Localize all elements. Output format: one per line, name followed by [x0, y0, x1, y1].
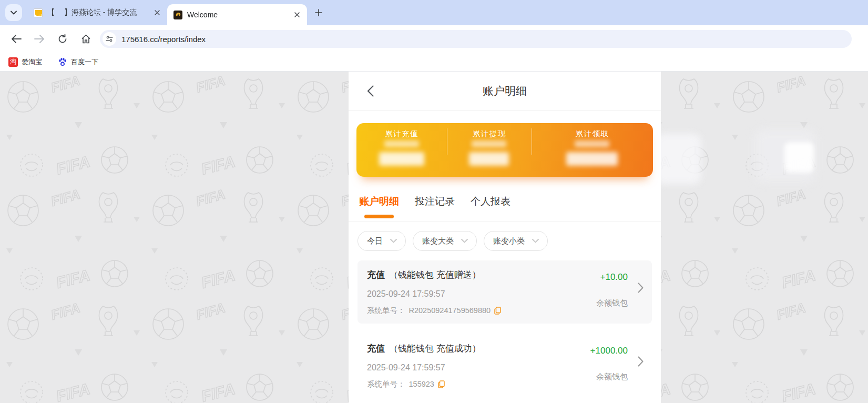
- summary-card: 累计充值 累计提现 累计领取: [356, 123, 653, 177]
- forward-button[interactable]: [30, 30, 48, 48]
- page-title: 账户明细: [483, 84, 527, 98]
- tab-bet-records[interactable]: 投注记录: [415, 195, 455, 221]
- stat-total-withdraw: 累计提现: [447, 123, 532, 177]
- filter-date-dropdown[interactable]: 今日: [358, 231, 406, 251]
- close-tab-icon[interactable]: [292, 10, 302, 19]
- transaction-type: 充值: [367, 270, 385, 280]
- redacted-value: [469, 152, 509, 166]
- transaction-list: 充值（钱能钱包 充值赠送） 2025-09-24 17:59:57 系统单号：R…: [349, 251, 661, 403]
- wallet-name: 余额钱包: [596, 298, 628, 308]
- transaction-detail: （钱能钱包 充值赠送）: [389, 270, 481, 280]
- chevron-down-icon: [461, 239, 468, 243]
- plus-icon: [315, 9, 322, 16]
- forward-arrow-icon: [34, 35, 45, 43]
- page-header: 账户明细: [349, 72, 661, 110]
- tab-search-button[interactable]: [5, 4, 22, 21]
- report-tabs: 账户明细 投注记录 个人报表: [349, 177, 661, 222]
- page-content: FIFA FIFA 账户明细 累计充值: [0, 72, 868, 403]
- transaction-row[interactable]: 充值（钱能钱包 充值赠送） 2025-09-24 17:59:57 系统单号：R…: [358, 260, 652, 324]
- stat-total-deposit: 累计充值: [356, 123, 447, 177]
- new-tab-button[interactable]: [311, 5, 326, 20]
- bookmarks-bar: 淘 爱淘宝 百度一下: [0, 53, 868, 72]
- tab-label: 账户明细: [359, 196, 399, 207]
- address-bar[interactable]: 175616.cc/reports/index: [100, 30, 852, 48]
- bookmark-aitaobao[interactable]: 淘 爱淘宝: [8, 57, 42, 67]
- reload-icon: [58, 34, 67, 44]
- blurred-widget: [655, 134, 701, 184]
- order-number: R202509241759569880: [409, 306, 491, 315]
- home-icon: [81, 34, 91, 44]
- card-divider: [532, 128, 532, 155]
- order-label: 系统单号：: [367, 306, 405, 315]
- filter-label: 账变大类: [422, 236, 454, 246]
- app-panel: 账户明细 累计充值 累计提现 累计领取: [349, 72, 661, 403]
- bookmark-baidu[interactable]: 百度一下: [58, 57, 98, 67]
- active-tab-underline: [364, 215, 394, 218]
- filter-minor-category-dropdown[interactable]: 账变小类: [484, 231, 548, 251]
- redacted-value: [379, 152, 424, 166]
- filter-row: 今日 账变大类 账变小类: [349, 222, 661, 251]
- copy-icon[interactable]: [438, 380, 445, 388]
- reload-button[interactable]: [54, 30, 72, 48]
- redacted-value: [566, 152, 618, 166]
- stat-label: 累计提现: [472, 130, 506, 139]
- filter-label: 账变小类: [493, 236, 525, 246]
- browser-tab-welcome[interactable]: Welcome: [167, 4, 307, 25]
- tab-label: 个人报表: [471, 196, 510, 207]
- chevron-left-icon: [367, 85, 374, 97]
- welcome-favicon-icon: [173, 11, 182, 19]
- taobao-icon: 淘: [8, 57, 18, 67]
- browser-tab-forum[interactable]: 【 】海燕论坛 - 博学交流: [27, 0, 167, 25]
- copy-icon[interactable]: [494, 307, 501, 315]
- order-label: 系统单号：: [367, 379, 405, 389]
- tab-label: 投注记录: [415, 196, 455, 207]
- transaction-detail: （钱能钱包 充值成功）: [389, 344, 481, 354]
- site-settings-icon[interactable]: [103, 32, 116, 46]
- url-text: 175616.cc/reports/index: [121, 35, 206, 44]
- chevron-down-icon: [11, 11, 17, 15]
- forum-favicon-icon: [34, 8, 43, 17]
- stat-label: 累计充值: [385, 130, 418, 139]
- chevron-right-icon[interactable]: [638, 356, 644, 369]
- back-button[interactable]: [7, 30, 25, 48]
- chevron-down-icon: [532, 239, 539, 243]
- card-divider: [447, 128, 447, 155]
- tab-personal-report[interactable]: 个人报表: [471, 195, 510, 221]
- close-tab-icon[interactable]: [152, 8, 162, 17]
- filter-major-category-dropdown[interactable]: 账变大类: [413, 231, 477, 251]
- home-button[interactable]: [77, 30, 95, 48]
- bookmark-label: 爱淘宝: [22, 57, 42, 67]
- blurred-widget: [784, 142, 814, 173]
- summary-card-wrap: 累计充值 累计提现 累计领取: [349, 110, 661, 177]
- transaction-row[interactable]: 充值（钱能钱包 充值成功） 2025-09-24 17:59:57 系统单号：1…: [358, 334, 652, 397]
- tab-title: 【 】海燕论坛 - 博学交流: [47, 8, 148, 17]
- filter-label: 今日: [367, 236, 383, 246]
- order-number: 155923: [409, 379, 434, 389]
- redacted-value: [472, 140, 506, 147]
- tab-title: Welcome: [187, 11, 288, 19]
- redacted-value: [575, 140, 609, 147]
- chevron-down-icon: [390, 239, 397, 243]
- redacted-value: [384, 140, 419, 147]
- browser-tab-strip: 【 】海燕论坛 - 博学交流 Welcome: [0, 0, 868, 25]
- back-arrow-icon: [11, 35, 22, 43]
- wallet-name: 余额钱包: [590, 372, 628, 382]
- chevron-right-icon[interactable]: [638, 283, 644, 295]
- stat-total-received: 累计领取: [532, 123, 653, 177]
- bookmark-label: 百度一下: [71, 57, 98, 67]
- transaction-amount: +1000.00: [590, 346, 628, 356]
- tab-account-detail[interactable]: 账户明细: [359, 195, 399, 221]
- stat-label: 累计领取: [575, 130, 609, 139]
- browser-toolbar: 175616.cc/reports/index: [0, 25, 868, 53]
- transaction-type: 充值: [367, 344, 385, 354]
- back-chevron-button[interactable]: [362, 83, 378, 99]
- transaction-amount: +10.00: [596, 272, 628, 283]
- baidu-paw-icon: [58, 57, 67, 67]
